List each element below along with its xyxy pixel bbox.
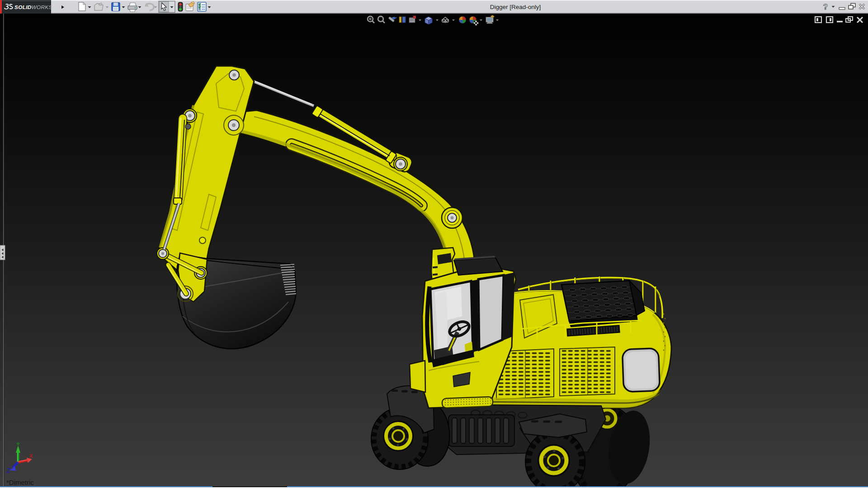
svg-text:*Dimetric: *Dimetric	[6, 479, 34, 486]
svg-text:Digger [Read-only]: Digger [Read-only]	[490, 4, 541, 10]
svg-text:?: ?	[823, 3, 828, 11]
svg-text:SOLIDWORKS: SOLIDWORKS	[14, 4, 52, 10]
